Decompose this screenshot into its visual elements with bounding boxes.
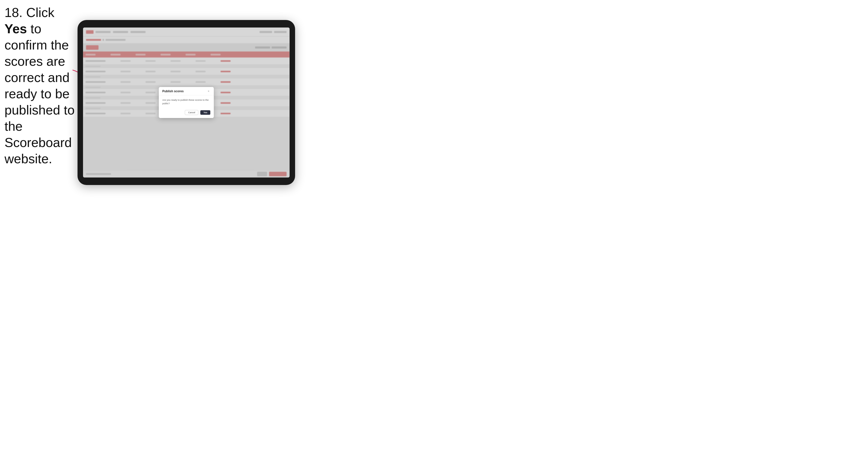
- instruction-text: 18. Click Yes to confirm the scores are …: [4, 4, 77, 167]
- modal-footer: Cancel Yes: [159, 108, 214, 118]
- close-icon[interactable]: ×: [207, 90, 210, 93]
- tablet-screen: Publish scores × Are you ready to publis…: [83, 28, 289, 178]
- publish-scores-modal: Publish scores × Are you ready to publis…: [159, 87, 214, 118]
- modal-overlay: Publish scores × Are you ready to publis…: [83, 28, 289, 178]
- modal-header: Publish scores ×: [159, 87, 214, 95]
- step-number: 18.: [4, 5, 23, 20]
- cancel-button[interactable]: Cancel: [185, 110, 198, 115]
- yes-button[interactable]: Yes: [200, 110, 210, 115]
- tablet-device: Publish scores × Are you ready to publis…: [78, 20, 295, 185]
- modal-title: Publish scores: [162, 90, 184, 93]
- modal-message: Are you ready to publish these scores to…: [162, 98, 210, 105]
- modal-body: Are you ready to publish these scores to…: [159, 95, 214, 108]
- yes-emphasis: Yes: [4, 22, 27, 36]
